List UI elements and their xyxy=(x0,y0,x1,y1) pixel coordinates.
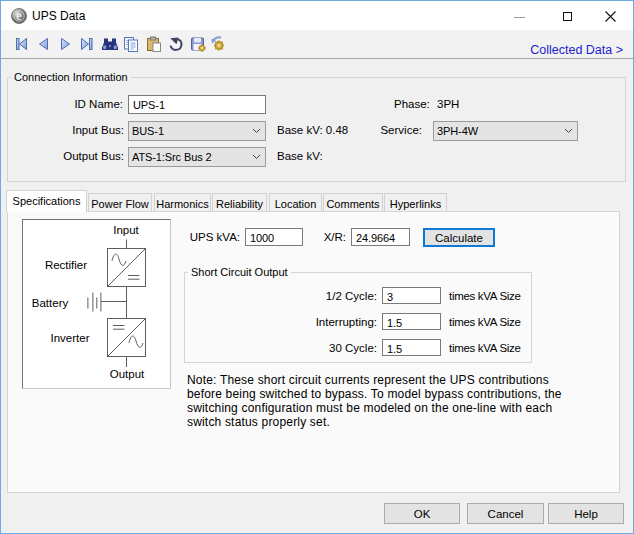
svg-text:Input: Input xyxy=(113,224,139,236)
svg-text:Output: Output xyxy=(110,368,145,380)
svg-text:Rectifier: Rectifier xyxy=(45,259,87,271)
svg-text:e: e xyxy=(16,9,21,23)
svg-text:Inverter: Inverter xyxy=(51,332,90,344)
svg-text:Battery: Battery xyxy=(32,297,69,309)
